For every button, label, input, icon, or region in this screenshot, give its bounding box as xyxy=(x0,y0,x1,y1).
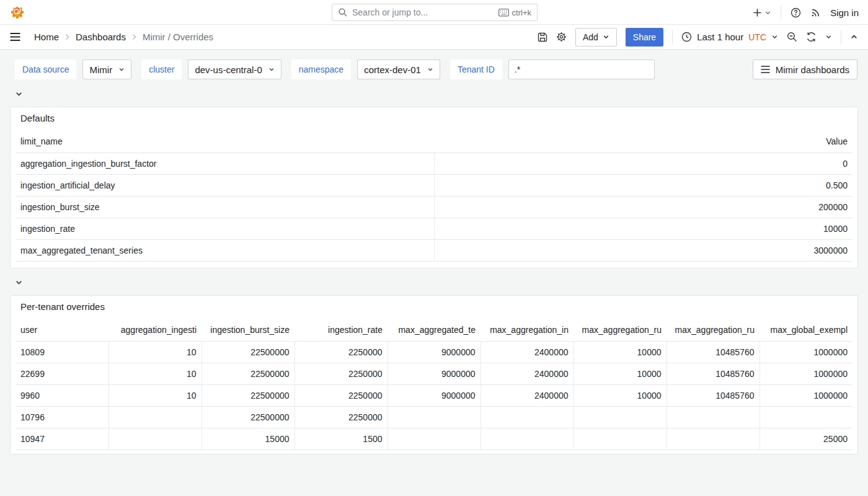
panel-title[interactable]: Per-tenant overrides xyxy=(16,299,852,314)
rss-icon xyxy=(810,7,821,18)
new-menu-button[interactable] xyxy=(753,8,771,17)
column-header[interactable]: max_aggregated_te xyxy=(388,319,480,341)
table-cell: 22500000 xyxy=(202,384,294,406)
table-row: 2269910225000002250000900000024000001000… xyxy=(16,363,852,384)
refresh-interval-button[interactable] xyxy=(825,33,832,40)
save-dashboard-button[interactable] xyxy=(538,32,547,42)
table-cell: aggregation_ingestion_burst_factor xyxy=(16,153,434,174)
table-cell: 1000000 xyxy=(760,363,852,384)
column-header[interactable]: Value xyxy=(434,131,852,153)
collapse-toolbar-button[interactable] xyxy=(850,33,858,41)
table-cell xyxy=(666,406,760,428)
table-cell: 10000 xyxy=(574,384,666,406)
table-cell: 10796 xyxy=(16,406,108,428)
table-cell: 2400000 xyxy=(480,363,574,384)
breadcrumb: Home Dashboards Mimir / Overrides xyxy=(34,32,213,42)
mimir-dashboards-button[interactable]: Mimir dashboards xyxy=(753,60,857,79)
divider xyxy=(841,30,841,44)
chevron-up-icon xyxy=(850,33,858,41)
chevron-down-icon xyxy=(268,66,275,73)
table-cell: 25000 xyxy=(760,428,852,450)
table-cell: 200000 xyxy=(434,196,852,218)
zoom-out-icon xyxy=(787,32,797,42)
table-cell: max_aggregated_tenant_series xyxy=(16,239,434,261)
clock-icon xyxy=(681,32,692,42)
table-cell: 10485760 xyxy=(666,363,760,384)
search-shortcut: ctrl+k xyxy=(498,8,531,17)
table-row: 9960102250000022500009000000240000010000… xyxy=(16,384,852,406)
table-cell: 10 xyxy=(108,341,202,363)
chevron-down-icon xyxy=(603,33,609,40)
help-icon xyxy=(790,7,801,18)
breadcrumb-item-dashboards[interactable]: Dashboards xyxy=(76,32,126,42)
cluster-label: cluster xyxy=(141,60,182,79)
namespace-filter: namespace cortex-dev-01 xyxy=(291,60,440,79)
chevron-down-icon xyxy=(427,66,433,73)
column-header[interactable]: user xyxy=(16,319,108,341)
save-icon xyxy=(538,32,547,42)
table-cell: 2250000 xyxy=(294,341,388,363)
chevron-right-icon xyxy=(64,33,70,40)
search-input[interactable]: Search or jump to... ctrl+k xyxy=(332,4,538,21)
chevron-down-icon xyxy=(825,33,832,40)
time-range-label: Last 1 hour xyxy=(697,32,743,42)
table-cell: 22500000 xyxy=(202,363,294,384)
table-cell xyxy=(666,428,760,450)
table-cell: 10000 xyxy=(574,363,666,384)
column-header[interactable]: max_aggregation_ru xyxy=(666,319,760,341)
column-header[interactable]: ingestion_rate xyxy=(294,319,388,341)
overrides-table: useraggregation_ingestiingestion_burst_s… xyxy=(16,319,852,450)
defaults-table: limit_nameValue aggregation_ingestion_bu… xyxy=(16,131,852,262)
table-cell: 10 xyxy=(108,363,202,384)
table-cell: 9000000 xyxy=(388,363,480,384)
table-header-row: useraggregation_ingestiingestion_burst_s… xyxy=(16,319,852,341)
table-cell xyxy=(574,428,666,450)
table-row: aggregation_ingestion_burst_factor0 xyxy=(16,153,852,174)
refresh-button[interactable] xyxy=(806,32,817,42)
table-row: ingestion_rate10000 xyxy=(16,218,852,239)
table-cell: 22699 xyxy=(16,363,108,384)
table-cell: 1500 xyxy=(294,428,388,450)
divider xyxy=(672,30,673,44)
table-cell: 10000 xyxy=(574,341,666,363)
zoom-out-time-button[interactable] xyxy=(787,32,797,42)
top-nav-actions: Sign in xyxy=(753,0,859,25)
sign-in-button[interactable]: Sign in xyxy=(830,7,859,18)
table-cell xyxy=(574,406,666,428)
table-row: 10796225000002250000 xyxy=(16,406,852,428)
table-cell: 3000000 xyxy=(434,239,852,261)
dashboard-header: Home Dashboards Mimir / Overrides xyxy=(0,25,868,50)
top-nav: Search or jump to... ctrl+k xyxy=(0,0,868,25)
help-button[interactable] xyxy=(790,7,801,18)
table-cell: 9960 xyxy=(16,384,108,406)
add-panel-button[interactable]: Add xyxy=(575,28,617,46)
column-header[interactable]: max_aggregation_ru xyxy=(574,319,666,341)
table-cell: 22500000 xyxy=(202,406,294,428)
column-header[interactable]: aggregation_ingesti xyxy=(108,319,202,341)
column-header[interactable]: max_aggregation_in xyxy=(480,319,574,341)
datasource-select[interactable]: Mimir xyxy=(82,60,131,79)
chevron-down-icon xyxy=(118,66,125,73)
dashboard-settings-button[interactable] xyxy=(556,32,567,42)
column-header[interactable]: max_global_exempl xyxy=(760,319,852,341)
tenant-id-input[interactable] xyxy=(508,60,655,79)
mega-menu-toggle[interactable] xyxy=(10,33,20,41)
keyboard-icon xyxy=(498,9,509,17)
search-placeholder: Search or jump to... xyxy=(352,7,494,17)
breadcrumb-item-home[interactable]: Home xyxy=(34,32,59,42)
table-cell xyxy=(480,406,574,428)
tenant-id-filter: Tenant ID xyxy=(450,60,655,79)
grafana-logo-icon[interactable] xyxy=(11,6,24,19)
share-button[interactable]: Share xyxy=(626,28,663,46)
chevron-down-icon xyxy=(15,278,23,286)
time-picker-button[interactable]: Last 1 hour UTC xyxy=(681,32,778,42)
table-row: ingestion_artificial_delay0.500 xyxy=(16,174,852,196)
column-header[interactable]: limit_name xyxy=(16,131,434,153)
namespace-select[interactable]: cortex-dev-01 xyxy=(357,60,440,79)
news-button[interactable] xyxy=(810,7,821,18)
row-collapse-toggle[interactable] xyxy=(15,278,23,286)
row-collapse-toggle[interactable] xyxy=(15,90,23,98)
column-header[interactable]: ingestion_burst_size xyxy=(202,319,294,341)
panel-title[interactable]: Defaults xyxy=(16,111,852,126)
cluster-select[interactable]: dev-us-central-0 xyxy=(188,60,281,79)
